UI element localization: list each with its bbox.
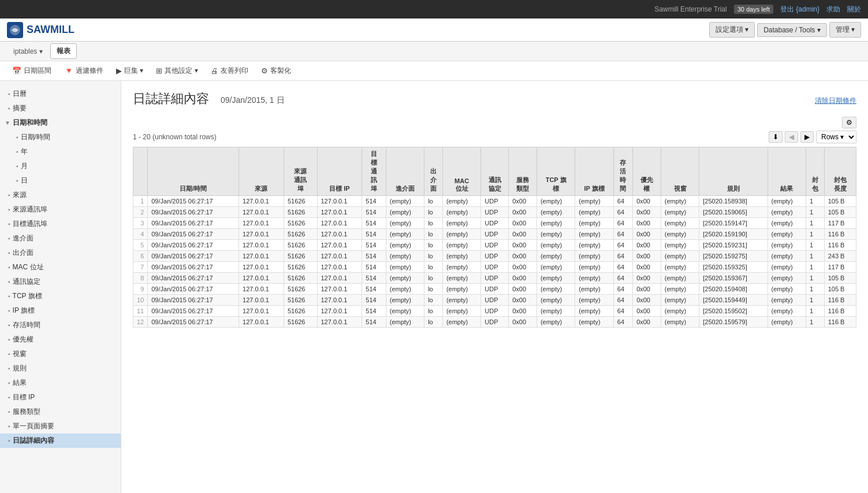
table-cell: 11 xyxy=(133,306,148,317)
table-cell: (empty) xyxy=(386,306,424,317)
table-cell: 0x00 xyxy=(509,284,537,295)
table-cell: 09/Jan/2015 06:27:17 xyxy=(148,317,239,328)
sidebar-item-datetime[interactable]: ▪ 日期/時間 xyxy=(0,130,121,144)
manage-dropdown[interactable]: 管理 ▾ xyxy=(829,22,861,38)
logout-link[interactable]: 登出 {admin} xyxy=(780,5,819,14)
sidebar-item-protocol[interactable]: ▪ 通訊協定 xyxy=(0,275,121,289)
sidebar-item-dst-port[interactable]: ▪ 目標通訊埠 xyxy=(0,217,121,231)
table-cell: 7 xyxy=(133,262,148,273)
table-cell: (empty) xyxy=(386,251,424,262)
bullet-icon: ▪ xyxy=(8,423,10,429)
help-link[interactable]: 求助 xyxy=(826,5,840,14)
sidebar-item-source[interactable]: ▪ 來源 xyxy=(0,188,121,202)
table-cell: 514 xyxy=(362,229,386,240)
table-cell: (empty) xyxy=(575,196,613,207)
sidebar-item-src-port[interactable]: ▪ 來源通訊埠 xyxy=(0,202,121,217)
date-range-btn[interactable]: 📅 日期區間 xyxy=(7,64,57,78)
table-cell: (empty) xyxy=(442,306,480,317)
iptables-dropdown[interactable]: iptables ▾ xyxy=(7,45,49,58)
print-btn[interactable]: 🖨 友善列印 xyxy=(206,64,254,78)
next-page-btn[interactable]: ▶ xyxy=(800,131,814,143)
table-cell: 514 xyxy=(362,273,386,284)
rows-per-page-select[interactable]: Rows ▾ 20 50 100 xyxy=(816,131,856,143)
sidebar-label: 來源通訊埠 xyxy=(13,205,47,214)
sidebar-item-single-summary[interactable]: ▪ 單一頁面摘要 xyxy=(0,419,121,433)
table-cell: 0x00 xyxy=(633,240,661,251)
table-cell: (empty) xyxy=(661,317,699,328)
sidebar-item-mac[interactable]: ▪ MAC 位址 xyxy=(0,260,121,275)
sidebar: ▪ 日曆 ▪ 摘要 ▼ 日期和時間 ▪ 日期/時間 ▪ 年 ▪ 月 xyxy=(0,81,121,493)
table-cell: (empty) xyxy=(661,207,699,218)
table-cell: 51626 xyxy=(284,218,317,229)
page-subtitle: 09/Jan/2015, 1 日 xyxy=(221,95,285,106)
table-cell: 51626 xyxy=(284,229,317,240)
export-btn[interactable]: ⬇ xyxy=(769,131,783,143)
table-cell: (empty) xyxy=(537,273,575,284)
table-cell: 1 xyxy=(806,262,824,273)
table-cell: lo xyxy=(424,295,443,306)
sidebar-item-day[interactable]: ▪ 日 xyxy=(0,173,121,188)
database-dropdown[interactable]: Database / Tools ▾ xyxy=(757,23,827,37)
column-settings-btn[interactable]: ⚙ xyxy=(842,117,856,128)
table-cell: 12 xyxy=(133,317,148,328)
sidebar-item-dst-ip[interactable]: ▪ 目標 IP xyxy=(0,390,121,405)
table-cell: 243 B xyxy=(824,251,856,262)
table-cell: 514 xyxy=(362,251,386,262)
sidebar-item-year[interactable]: ▪ 年 xyxy=(0,144,121,159)
table-cell: 64 xyxy=(613,284,632,295)
prev-page-btn[interactable]: ◀ xyxy=(785,131,798,143)
sidebar-item-month[interactable]: ▪ 月 xyxy=(0,159,121,173)
table-cell: 0x00 xyxy=(509,207,537,218)
filter-icon: 🔻 xyxy=(64,66,73,75)
settings-dropdown[interactable]: 設定選項 ▾ xyxy=(709,22,755,38)
table-cell: 0x00 xyxy=(633,262,661,273)
table-cell: UDP xyxy=(481,218,509,229)
sidebar-item-tcp-flags[interactable]: ▪ TCP 旗標 xyxy=(0,289,121,303)
filter-btn[interactable]: 🔻 過濾條件 xyxy=(59,64,109,78)
sidebar-item-tos[interactable]: ▪ 優先權 xyxy=(0,332,121,347)
clear-filter-link[interactable]: 清除日期條件 xyxy=(815,96,856,106)
table-cell: 64 xyxy=(613,273,632,284)
sidebar-item-rule[interactable]: ▪ 規則 xyxy=(0,361,121,376)
table-cell: 127.0.0.1 xyxy=(239,229,284,240)
table-cell: 127.0.0.1 xyxy=(317,218,362,229)
bullet-icon: ▪ xyxy=(8,336,10,343)
sidebar-item-result[interactable]: ▪ 結果 xyxy=(0,376,121,390)
table-cell: lo xyxy=(424,251,443,262)
sidebar-item-service-type[interactable]: ▪ 服務類型 xyxy=(0,405,121,419)
table-cell: 64 xyxy=(613,207,632,218)
sidebar-item-summary[interactable]: ▪ 摘要 xyxy=(0,101,121,116)
customize-btn[interactable]: ⚙ 客製化 xyxy=(256,64,296,78)
sidebar-item-calendar[interactable]: ▪ 日曆 xyxy=(0,87,121,101)
table-cell: 0x00 xyxy=(633,317,661,328)
other-settings-btn[interactable]: ⊞ 其他設定 ▾ xyxy=(151,64,203,78)
table-row: 109/Jan/2015 06:27:17127.0.0.151626127.0… xyxy=(133,196,856,207)
sidebar-label: 進介面 xyxy=(13,233,33,243)
table-cell: 64 xyxy=(613,317,632,328)
table-cell: 09/Jan/2015 06:27:17 xyxy=(148,295,239,306)
table-cell: 127.0.0.1 xyxy=(317,207,362,218)
sidebar-item-in-iface[interactable]: ▪ 進介面 xyxy=(0,231,121,246)
table-cell: 09/Jan/2015 06:27:17 xyxy=(148,306,239,317)
col-dst: 目標 IP xyxy=(317,147,362,196)
table-cell: 1 xyxy=(806,273,824,284)
sidebar-item-window[interactable]: ▪ 視窗 xyxy=(0,347,121,361)
table-cell: (empty) xyxy=(386,317,424,328)
sidebar-label: 來源 xyxy=(13,190,27,200)
sidebar-item-ip-flags[interactable]: ▪ IP 旗標 xyxy=(0,303,121,318)
calendar-icon: 📅 xyxy=(12,66,21,75)
sidebar-item-out-iface[interactable]: ▪ 出介面 xyxy=(0,246,121,260)
table-cell: UDP xyxy=(481,240,509,251)
table-cell: 514 xyxy=(362,284,386,295)
table-cell: (empty) xyxy=(768,306,806,317)
table-cell: lo xyxy=(424,262,443,273)
macro-btn[interactable]: ▶ 巨集 ▾ xyxy=(111,64,148,78)
sidebar-label: 目標通訊埠 xyxy=(13,219,47,229)
table-row: 909/Jan/2015 06:27:17127.0.0.151626127.0… xyxy=(133,284,856,295)
sidebar-label: 單一頁面摘要 xyxy=(13,421,54,431)
about-link[interactable]: 關於 xyxy=(847,5,861,14)
table-cell: 127.0.0.1 xyxy=(317,273,362,284)
sidebar-label: 優先權 xyxy=(13,335,33,344)
sidebar-item-log-detail[interactable]: ▪ 日誌詳細內容 xyxy=(0,433,121,448)
sidebar-item-ttl[interactable]: ▪ 存活時間 xyxy=(0,318,121,332)
